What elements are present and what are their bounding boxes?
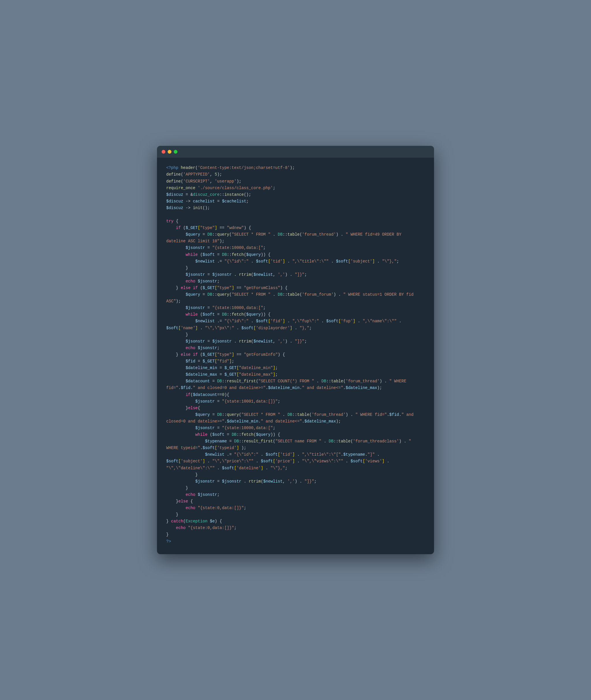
titlebar bbox=[157, 146, 434, 158]
maximize-button[interactable] bbox=[174, 150, 178, 154]
code-editor: <?php header('Content-type:text/json;cha… bbox=[157, 158, 434, 554]
close-button[interactable] bbox=[161, 150, 166, 154]
minimize-button[interactable] bbox=[168, 150, 172, 154]
code-window: <?php header('Content-type:text/json;cha… bbox=[157, 146, 434, 554]
